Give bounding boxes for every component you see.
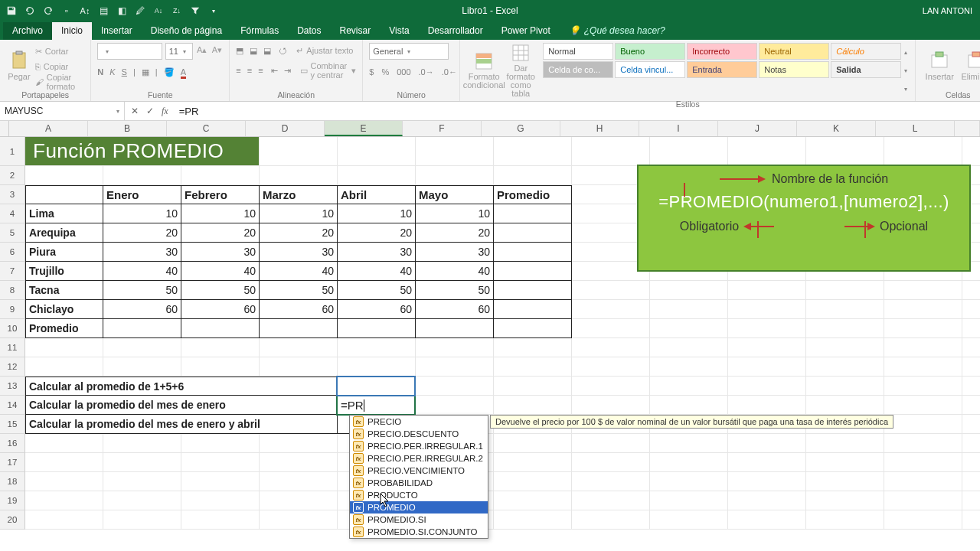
tab-revisar[interactable]: Revisar <box>331 22 381 40</box>
cell[interactable] <box>884 491 962 510</box>
cell[interactable] <box>962 415 980 434</box>
cell[interactable]: 10 <box>103 204 181 223</box>
cell[interactable] <box>338 338 416 357</box>
cell[interactable] <box>728 377 806 396</box>
cell[interactable] <box>181 472 260 491</box>
col-header[interactable]: L <box>876 121 955 136</box>
cell[interactable] <box>728 281 806 300</box>
cell[interactable] <box>572 281 650 300</box>
cell[interactable] <box>494 338 572 357</box>
cell[interactable] <box>416 166 494 185</box>
tab-datos[interactable]: Datos <box>288 22 330 40</box>
conditional-formatting-button[interactable]: Formato condicional <box>466 43 501 98</box>
cell[interactable]: 30 <box>416 243 494 262</box>
cell[interactable] <box>728 472 806 491</box>
cell[interactable] <box>650 396 728 415</box>
cell[interactable] <box>25 185 103 204</box>
cell[interactable] <box>494 357 572 377</box>
tell-me-search[interactable]: 💡 ¿Qué desea hacer? <box>560 22 675 40</box>
align-top-icon[interactable]: ⬒ <box>236 46 243 56</box>
col-header[interactable]: E <box>325 121 403 136</box>
cell[interactable]: 40 <box>260 262 338 281</box>
row-header[interactable]: 17 <box>0 453 25 472</box>
cell[interactable] <box>103 357 181 377</box>
cell[interactable] <box>494 166 572 185</box>
cell[interactable]: 50 <box>103 281 181 300</box>
cell[interactable] <box>650 434 728 453</box>
orientation-icon[interactable]: ⭯ <box>279 46 287 55</box>
row-header[interactable]: 11 <box>0 338 25 357</box>
cell[interactable] <box>494 434 572 453</box>
cell[interactable] <box>728 319 806 338</box>
cell[interactable] <box>806 338 884 357</box>
cell[interactable] <box>962 453 980 472</box>
cell[interactable]: 10 <box>338 204 416 223</box>
cell[interactable] <box>650 453 728 472</box>
cell[interactable] <box>572 472 650 491</box>
cell[interactable] <box>884 319 962 338</box>
cell[interactable] <box>650 357 728 377</box>
cell[interactable] <box>884 137 962 166</box>
cell[interactable] <box>181 434 260 453</box>
decrease-indent-icon[interactable]: ⇤ <box>271 66 278 76</box>
cut-button[interactable]: ✂Cortar <box>35 44 85 58</box>
cell[interactable] <box>572 396 650 415</box>
cell[interactable] <box>650 137 728 166</box>
active-cell-edit[interactable]: =PR <box>336 395 416 416</box>
cell[interactable]: 10 <box>260 204 338 223</box>
percent-icon[interactable]: % <box>381 67 389 77</box>
cell[interactable]: 10 <box>416 204 494 223</box>
font-name-combo[interactable]: ▾ <box>97 43 162 60</box>
tab-inicio[interactable]: Inicio <box>52 22 92 40</box>
cell[interactable] <box>25 491 103 510</box>
cell[interactable] <box>884 300 962 319</box>
paste-button[interactable]: Pegar <box>6 43 32 89</box>
cell[interactable] <box>494 377 572 396</box>
cell[interactable]: 20 <box>338 223 416 243</box>
cell[interactable] <box>572 300 650 319</box>
cell[interactable] <box>884 377 962 396</box>
qat-more-icon[interactable]: ▾ <box>208 5 219 16</box>
align-right-icon[interactable]: ≡ <box>258 66 263 75</box>
cell[interactable] <box>650 510 728 530</box>
cell[interactable] <box>650 300 728 319</box>
cell[interactable] <box>962 357 980 377</box>
cell[interactable] <box>103 453 181 472</box>
sort-asc-icon[interactable]: A↓ <box>153 5 164 16</box>
styles-scroll-up-icon[interactable]: ▴ <box>904 49 907 56</box>
cell[interactable] <box>728 491 806 510</box>
cell[interactable] <box>572 510 650 530</box>
cell[interactable] <box>494 300 572 319</box>
cell[interactable] <box>103 510 181 530</box>
cell[interactable] <box>650 281 728 300</box>
cell[interactable] <box>260 357 338 377</box>
font-color-button[interactable]: A <box>181 67 186 77</box>
col-header[interactable]: D <box>246 121 325 136</box>
col-header[interactable]: C <box>167 121 246 136</box>
cell[interactable]: Enero <box>103 185 181 204</box>
cell[interactable]: Febrero <box>181 185 260 204</box>
cell[interactable] <box>25 166 103 185</box>
cell[interactable] <box>884 396 962 415</box>
autocomplete-item[interactable]: fxPROMEDIO.SI.CONJUNTO <box>350 526 488 538</box>
row-header[interactable]: 7 <box>0 262 25 281</box>
cell[interactable] <box>806 396 884 415</box>
cell[interactable] <box>650 377 728 396</box>
cell[interactable]: 30 <box>181 243 260 262</box>
cell[interactable] <box>884 415 962 434</box>
row-header[interactable]: 20 <box>0 510 25 530</box>
cell[interactable]: 20 <box>260 223 338 243</box>
autocomplete-item[interactable]: fxPRECIO.VENCIMIENTO <box>350 465 488 477</box>
tab-diseno-pagina[interactable]: Diseño de página <box>142 22 231 40</box>
cell[interactable] <box>416 357 494 377</box>
style-salida[interactable]: Salida <box>831 61 901 78</box>
cell[interactable] <box>181 453 260 472</box>
cell[interactable]: Trujillo <box>25 262 103 281</box>
cell[interactable] <box>494 204 572 223</box>
format-painter-button[interactable]: 🖌Copiar formato <box>35 75 85 89</box>
cell[interactable] <box>650 472 728 491</box>
cell[interactable] <box>728 396 806 415</box>
cell[interactable]: Calcular al promedio de 1+5+6 <box>25 377 338 396</box>
cell[interactable] <box>494 137 572 166</box>
cell[interactable]: 40 <box>181 262 260 281</box>
